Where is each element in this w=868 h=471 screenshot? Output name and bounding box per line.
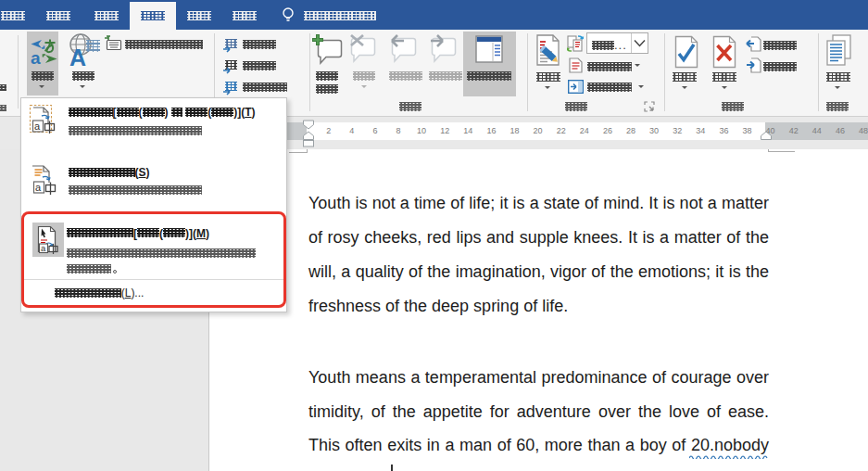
svg-text:A: A [69, 45, 86, 68]
svg-text:a: a [31, 48, 41, 66]
svg-text:a: a [35, 182, 42, 193]
svg-text:a: a [34, 121, 41, 132]
